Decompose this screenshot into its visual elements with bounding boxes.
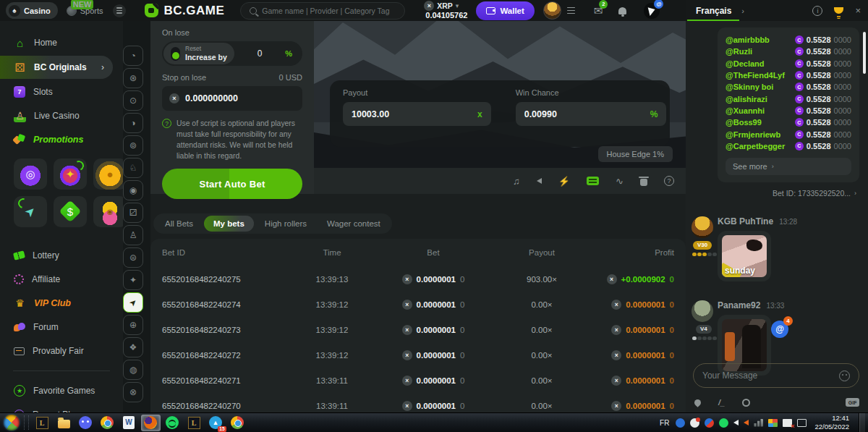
tip-coin-icon[interactable]	[742, 399, 750, 407]
sidebar-item-home[interactable]: ⌂ Home	[0, 32, 123, 54]
promo-coupon-tile[interactable]: $	[54, 196, 87, 227]
wallet-button[interactable]: Wallet	[476, 1, 534, 20]
language-indicator[interactable]: FR	[660, 419, 669, 427]
taskbar-lol-icon-2[interactable]: L	[184, 415, 204, 431]
tab-high-rollers[interactable]: High rollers	[255, 216, 316, 232]
user-menu-icon[interactable]	[567, 7, 575, 14]
promo-rocket-tile[interactable]: ➤	[14, 196, 47, 227]
game-strip-icon-5[interactable]: ⊚	[123, 135, 143, 156]
sidebar-item-lottery[interactable]: Lottery	[0, 245, 123, 266]
taskbar-lol-icon[interactable]: L	[33, 415, 52, 431]
tray-app-icon[interactable]	[676, 418, 685, 428]
payout-input[interactable]: x	[343, 102, 491, 126]
on-lose-value[interactable]: 0	[234, 48, 285, 59]
hotkeys-keyboard-icon[interactable]	[587, 177, 599, 185]
chevron-right-icon[interactable]: ›	[741, 7, 744, 15]
chat-scrollbar[interactable]	[863, 32, 866, 74]
format-icon[interactable]: /_	[718, 398, 725, 407]
sidebar-item-favorite-games[interactable]: ★ Favorite Games	[0, 380, 123, 402]
close-chat-icon[interactable]: ×	[855, 5, 861, 16]
mention-row[interactable]: @CarpetbeggerC0.55280000	[726, 140, 851, 152]
game-strip-icon-13[interactable]: ⊕	[123, 315, 143, 335]
tray-volume-icon[interactable]	[733, 420, 739, 425]
tray-action-center-icon[interactable]	[783, 419, 792, 427]
sidebar-item-bc-originals[interactable]: ⚄ BC Originals ›	[0, 56, 113, 79]
sidebar-item-provably-fair[interactable]: Provably Fair	[0, 340, 123, 362]
avatar[interactable]	[692, 216, 713, 238]
mentions-fab-button[interactable]: @ 4	[771, 321, 788, 338]
chat-info-icon[interactable]: i	[812, 6, 822, 16]
mention-row[interactable]: @alishiraziC0.55280000	[726, 93, 851, 104]
trends-icon[interactable]: ∿	[616, 176, 624, 187]
tab-wager-contest[interactable]: Wager contest	[318, 216, 390, 232]
tray-spotify-icon[interactable]	[719, 418, 728, 428]
game-strip-icon-16[interactable]: ⊗	[123, 382, 143, 402]
trash-icon[interactable]	[640, 179, 647, 186]
sidebar-item-affiliate[interactable]: Affiliate	[0, 268, 123, 290]
turbo-bolt-icon[interactable]: ⚡	[558, 176, 570, 187]
balance-selector[interactable]: × XRP ▾ 0.04105762	[424, 1, 467, 20]
help-icon[interactable]: ?	[664, 176, 674, 186]
game-strip-icon-active-rocket[interactable]: ➤	[123, 292, 143, 313]
sports-toggle[interactable]: NEW Sports	[67, 6, 103, 16]
win-chance-value-input[interactable]	[524, 109, 650, 119]
show-desktop-button[interactable]	[859, 413, 865, 432]
sidebar-item-forum[interactable]: Forum	[0, 316, 123, 338]
game-strip-icon-1[interactable]: ◔	[123, 46, 143, 66]
game-strip-icon-15[interactable]: ◍	[123, 360, 143, 380]
mention-row[interactable]: @Skinny boiC0.55280000	[726, 81, 851, 93]
sidebar-item-slots[interactable]: 7 Slots	[0, 81, 123, 103]
gif-picker-icon[interactable]: GIF	[846, 398, 859, 407]
menu-collapse-button[interactable]	[113, 4, 126, 17]
tray-voicemeeter-icon[interactable]	[744, 420, 749, 425]
promo-spin-tile[interactable]: ◎	[14, 158, 47, 190]
taskbar-chrome-icon[interactable]	[98, 415, 117, 431]
gif-image[interactable]: sunday	[722, 235, 767, 277]
table-row[interactable]: 65520168482240274 13:39:12 ×0.00000010 0…	[162, 292, 674, 317]
tray-app-icon[interactable]	[690, 418, 699, 428]
taskbar-firefox-icon-active[interactable]	[141, 415, 161, 431]
casino-toggle[interactable]: ♠ Casino	[6, 2, 58, 19]
bet-id-link[interactable]: Bet ID: 17335292520... ›	[697, 189, 856, 198]
taskbar-chrome-icon-2[interactable]	[228, 415, 247, 431]
message-username[interactable]: Paname92	[718, 300, 760, 310]
table-row[interactable]: 65520168482240272 13:39:12 ×0.00000010 0…	[162, 342, 674, 368]
sound-mute-icon[interactable]	[537, 178, 542, 184]
sidebar-item-vip-club[interactable]: ♛ VIP Club	[0, 292, 123, 314]
chat-message-input[interactable]	[693, 363, 859, 388]
tray-network-icon[interactable]	[797, 419, 807, 427]
table-row[interactable]: 65520168482240273 13:39:12 ×0.00000010 0…	[162, 317, 674, 342]
promo-piggy-tile[interactable]: ●	[93, 158, 123, 190]
message-input-field[interactable]	[702, 370, 833, 381]
tray-colors-icon[interactable]	[768, 419, 778, 427]
bc-game-logo[interactable]: BC.GAME	[145, 4, 224, 18]
table-row[interactable]: 65520168482240270 13:39:11 ×0.00000010 0…	[162, 393, 674, 412]
mention-row[interactable]: @DeclandC0.55280000	[726, 58, 851, 69]
mention-row[interactable]: @amirbbbbC0.55280000	[726, 34, 851, 46]
search-input[interactable]	[262, 7, 392, 15]
mention-row[interactable]: @Boss99C0.55280000	[726, 117, 851, 128]
game-strip-icon-3[interactable]: ⊙	[123, 90, 143, 111]
start-button[interactable]	[4, 415, 20, 431]
taskbar-discord-icon[interactable]	[76, 415, 95, 431]
table-row[interactable]: 65520168482240275 13:39:13 ×0.00000010 9…	[162, 266, 674, 292]
game-strip-icon-11[interactable]: ✦	[123, 270, 143, 290]
game-strip-icon-7[interactable]: ◉	[123, 180, 143, 200]
sidebar-item-promotions[interactable]: Promotions	[0, 129, 123, 151]
reset-increase-toggle[interactable]: Reset Increase by	[163, 43, 234, 64]
promo-coins-tile[interactable]: ◉	[93, 196, 123, 227]
inbox-button[interactable]: ✉ 2	[594, 4, 603, 17]
game-strip-icon-9[interactable]: ♙	[123, 225, 143, 245]
mention-row[interactable]: @RuzliC0.55280000	[726, 46, 851, 57]
mention-row[interactable]: @FrmjenriewbC0.55280000	[726, 128, 851, 140]
trophy-icon[interactable]	[834, 7, 843, 14]
game-strip-icon-4[interactable]: ◑	[123, 113, 143, 133]
game-strip-icon-14[interactable]: ❖	[123, 337, 143, 357]
payout-value-input[interactable]	[352, 109, 477, 119]
emoji-icon[interactable]	[839, 370, 850, 381]
mention-row[interactable]: @TheFiend4LyfC0.55280000	[726, 69, 851, 81]
game-search[interactable]	[240, 2, 405, 20]
table-row[interactable]: 65520168482240271 13:39:11 ×0.00000010 0…	[162, 368, 674, 393]
game-strip-icon-6[interactable]: ♘	[123, 158, 143, 178]
taskbar-spotify-icon[interactable]	[163, 415, 182, 431]
